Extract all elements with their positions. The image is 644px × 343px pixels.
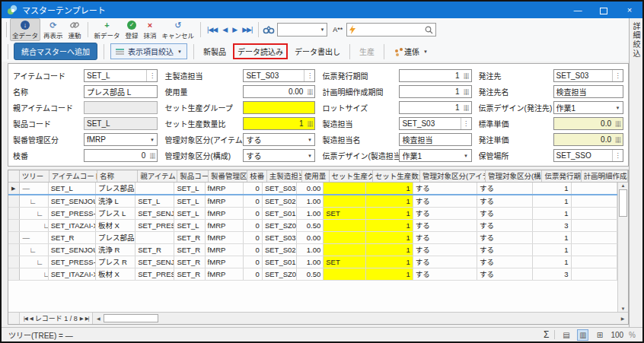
last-record-button[interactable]: ▶▶| [240,26,254,33]
grid-cell[interactable]: する [413,195,477,208]
maximize-button[interactable] [591,2,617,18]
grid-cell[interactable] [324,220,366,232]
calculator-icon[interactable]: ⣿⣿ [612,134,623,145]
form-field[interactable]: SET_SSO⋮ [553,149,623,162]
form-field[interactable]: 検査担当 [399,133,471,146]
form-field[interactable]: 0.00⣿⣿ [243,85,315,98]
column-header[interactable]: 使用量 [301,170,329,183]
grid-cell[interactable]: 1 [366,195,413,208]
column-header[interactable]: 管理対象区分(アイテム) [420,170,486,183]
form-field[interactable]: 1⣿⣿ [399,85,471,98]
close-button[interactable]: × [617,2,642,18]
horizontal-scrollbar[interactable]: ◀ ▶ [92,313,628,324]
grid-cell[interactable]: SET_L [174,220,205,232]
detail-filter-tab[interactable]: 詳細絞込 [630,22,642,59]
binoculars-icon[interactable] [263,25,275,34]
grid-cell[interactable]: 1.00 [297,208,324,220]
list-view-icon[interactable]: ▤ [560,329,572,341]
grid-cell[interactable]: プレス L [95,208,135,220]
grid-cell[interactable]: SET_S03 [262,183,296,195]
grid-cell[interactable] [571,183,617,195]
chevron-down-icon[interactable]: ▼ [613,102,623,113]
tree-node-cell[interactable]: — [19,183,48,195]
grid-cell[interactable]: 1 [366,244,413,256]
grid-cell[interactable]: する [477,232,533,244]
table-row[interactable]: ∟SET_SENJOU-R洗浄 RSET_RSET_RfMRP0SET_S021… [8,244,617,256]
column-header[interactable]: セット生産グループ [329,170,372,183]
grid-cell[interactable] [324,195,366,208]
scroll-up-icon[interactable]: ▲ [621,183,626,188]
data-import-button[interactable]: データ読込み [237,47,284,57]
grid-cell[interactable]: する [413,208,477,220]
grid-cell[interactable]: SET_S03 [262,232,296,244]
grid-cell[interactable]: SET_PRESS-R [48,256,95,268]
form-field[interactable] [243,101,315,114]
grid-cell[interactable] [324,244,366,256]
row-indicator[interactable] [8,244,19,256]
grid-cell[interactable]: SET_R [174,256,205,268]
grid-cell[interactable]: 1.00 [297,195,324,208]
column-header[interactable] [8,170,19,183]
grid-cell[interactable]: SET_L [174,195,205,208]
grid-cell[interactable]: 1 [533,232,571,244]
grid-cell[interactable]: する [413,232,477,244]
grid-cell[interactable]: SET_R [48,232,95,244]
scrollbar-thumb[interactable] [619,189,627,217]
form-field[interactable]: SET_S03⋮ [399,117,471,130]
grid-cell[interactable]: 洗浄 L [95,195,135,208]
grid-cell[interactable]: SET_S02 [262,195,296,208]
form-field[interactable]: 検査担当 [553,85,623,98]
form-field[interactable]: 1⣿⣿ [243,117,315,130]
grid-cell[interactable]: fMRP [205,268,243,281]
grid-cell[interactable]: fMRP [205,244,243,256]
chevron-down-icon[interactable]: ▼ [304,150,314,161]
form-field[interactable]: する▼ [243,149,315,162]
erase-button[interactable]: × 抹消 [142,18,159,41]
form-field[interactable]: 0⣿⣿ [84,149,158,162]
tree-node-cell[interactable]: ∟ [19,220,48,232]
scroll-right-icon[interactable]: ▶ [617,316,628,321]
grid-cell[interactable]: 0.00 [297,232,324,244]
grid-cell[interactable]: fMRP [205,256,243,268]
grid-cell[interactable]: 3 [533,220,571,232]
grid-cell[interactable]: SET_SENJOU-R [48,244,95,256]
grid-cell[interactable]: 0 [243,232,262,244]
scroll-left-icon[interactable]: ◀ [93,316,104,321]
record-next-button[interactable]: ▶ [80,316,83,322]
grid-cell[interactable]: SET_R [174,232,205,244]
column-header[interactable]: 伝票発行期間 [542,170,581,183]
grid-cell[interactable]: SET [324,208,366,220]
prev-record-button[interactable]: ◀ [220,26,229,33]
grid-cell[interactable]: 1.00 [297,244,324,256]
grid-cell[interactable]: SET_SENJOU-L [135,208,174,220]
grid-cell[interactable]: 1 [366,232,413,244]
zoom-level[interactable]: 100 [611,331,623,339]
refresh-button[interactable]: ⟳ 再表示 [41,18,65,41]
tree-node-cell[interactable]: — [19,232,48,244]
grid-cell[interactable]: 3 [533,268,571,281]
sigma-icon[interactable]: Σ [544,329,549,340]
all-data-button[interactable]: ↓ 全データ [10,18,40,41]
next-record-button[interactable]: ▶ [230,26,239,33]
form-field[interactable]: SET_S03⋮ [243,69,315,82]
grid-cell[interactable]: 板材 X [95,268,135,281]
grid-cell[interactable]: SET_SENJOU-R [135,256,174,268]
grid-cell[interactable]: 0 [243,208,262,220]
grid-cell[interactable]: する [413,256,477,268]
grid-cell[interactable]: 1 [366,208,413,220]
column-header[interactable]: ツリー [19,170,49,183]
first-record-button[interactable]: |◀◀ [205,26,219,33]
calculator-icon[interactable]: ⣿⣿ [304,118,314,129]
grid-cell[interactable]: 1 [533,183,571,195]
grid-cell[interactable] [571,232,617,244]
grid-cell[interactable] [571,244,617,256]
grid-view-icon[interactable]: ⊞ [594,329,605,341]
grid-cell[interactable]: プレス部品 R [95,232,135,244]
grid-cell[interactable]: する [413,220,477,232]
kebab-menu-icon[interactable]: ⋮ [304,70,314,81]
table-row[interactable]: ∟SET_SENJOU-L洗浄 LSET_LSET_LfMRP0SET_S021… [8,195,617,208]
grid-cell[interactable] [571,220,617,232]
grid-cell[interactable]: SET_L [135,195,174,208]
tree-node-cell[interactable]: ∟ [19,195,48,208]
filter-items-button[interactable]: 表示項目絞込 ▼ [110,43,187,59]
